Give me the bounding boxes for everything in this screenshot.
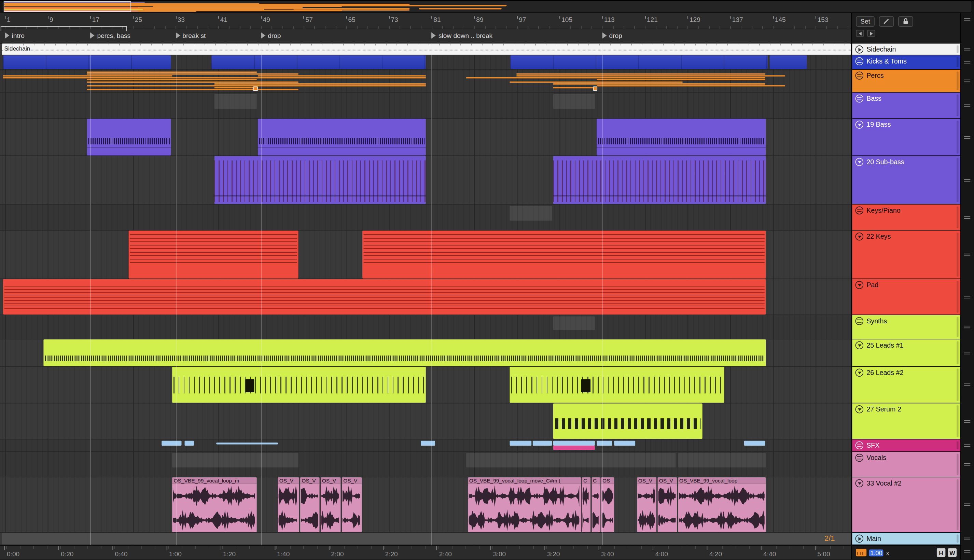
clip[interactable] [466, 77, 765, 78]
ghost-clip[interactable] [510, 206, 552, 221]
clip[interactable] [744, 441, 765, 446]
playback-speed-value[interactable]: 1.00 [869, 549, 884, 556]
track-scroll-handle[interactable] [964, 463, 970, 465]
track-header-25-leads-1[interactable]: 25 Leads #1 [852, 339, 960, 367]
clip[interactable] [3, 279, 766, 315]
audio-clip[interactable]: OS_V [321, 477, 340, 532]
keyboard-icon[interactable] [856, 549, 866, 556]
clip[interactable] [553, 156, 766, 204]
fold-icon[interactable] [855, 405, 863, 413]
lane-27-serum-2[interactable] [0, 403, 851, 440]
back-arrow-button[interactable] [856, 30, 864, 37]
clip[interactable] [597, 119, 766, 155]
group-icon[interactable] [855, 57, 863, 65]
track-scroll-handle[interactable] [964, 178, 970, 181]
lock-envelopes-button[interactable] [898, 16, 913, 27]
track-scroll-handle[interactable] [964, 80, 970, 82]
clip[interactable] [185, 441, 194, 446]
clip[interactable] [3, 75, 172, 77]
ghost-clip[interactable] [466, 453, 676, 467]
track-header-percs[interactable]: Percs [852, 70, 960, 93]
audio-clip[interactable]: OS_V [278, 477, 299, 532]
clip[interactable] [129, 230, 299, 278]
group-icon[interactable] [855, 317, 863, 325]
clip[interactable] [258, 75, 426, 77]
clip[interactable] [3, 55, 171, 69]
scrollbar-bottom-handle[interactable] [964, 550, 970, 552]
clip[interactable] [362, 230, 766, 278]
clip[interactable] [3, 77, 426, 78]
ghost-clip[interactable] [172, 453, 299, 467]
lane-33-vocal-2[interactable]: OS_VBE_99_vocal_loop_mOS_VOS_VOS_VOS_VOS… [0, 477, 851, 533]
clip[interactable] [510, 367, 724, 403]
clip[interactable] [770, 55, 807, 69]
track-header-synths[interactable]: Synths [852, 315, 960, 339]
clip[interactable] [553, 403, 702, 439]
draw-mode-button[interactable] [879, 16, 894, 27]
group-icon[interactable] [855, 72, 863, 80]
locator-drop[interactable]: drop [602, 32, 622, 39]
lane-19-bass[interactable] [0, 119, 851, 156]
clip[interactable] [581, 379, 590, 392]
clip[interactable] [2, 533, 851, 545]
scrollbar-top-handle[interactable] [964, 18, 970, 20]
track-header-vocals[interactable]: Vocals [852, 452, 960, 477]
track-header-pad[interactable]: Pad [852, 279, 960, 315]
group-icon[interactable] [855, 454, 863, 462]
clip[interactable] [597, 85, 785, 87]
play-icon[interactable] [855, 45, 863, 53]
audio-clip[interactable]: OS [601, 477, 614, 532]
clip[interactable] [553, 83, 765, 85]
track-scroll-handle[interactable] [964, 61, 970, 63]
overview-viewport[interactable] [3, 2, 132, 12]
clip[interactable] [516, 75, 785, 77]
bar-ruler[interactable]: 1917253341495765738189971051131211291371… [0, 13, 851, 29]
clip[interactable] [592, 86, 597, 90]
track-scroll-handle[interactable] [964, 444, 970, 447]
clip[interactable] [510, 81, 682, 83]
lane-bass[interactable] [0, 93, 851, 118]
play-icon[interactable] [855, 534, 863, 543]
fold-icon[interactable] [855, 233, 863, 241]
group-icon[interactable] [855, 441, 863, 449]
track-header-26-leads-2[interactable]: 26 Leads #2 [852, 367, 960, 403]
locator-slow-down-break[interactable]: slow down .. break [432, 32, 492, 39]
track-header-19-bass[interactable]: 19 Bass [852, 119, 960, 156]
track-scroll-handle[interactable] [964, 420, 970, 422]
fold-icon[interactable] [855, 341, 863, 349]
track-scroll-handle[interactable] [964, 503, 970, 506]
lane-keys-piano[interactable] [0, 205, 851, 230]
fold-icon[interactable] [855, 158, 863, 166]
clip[interactable] [87, 89, 298, 90]
clip[interactable] [510, 441, 531, 446]
optimize-width-button[interactable]: W [948, 548, 957, 557]
clip[interactable] [87, 79, 257, 81]
ghost-clip[interactable] [215, 94, 257, 108]
clip[interactable] [162, 441, 182, 446]
lane-kicks-toms[interactable] [0, 55, 851, 70]
fold-icon[interactable] [855, 368, 863, 377]
audio-clip[interactable]: OS_V [342, 477, 362, 532]
track-scroll-handle[interactable] [964, 326, 970, 328]
clip[interactable] [614, 441, 635, 446]
track-scroll-handle[interactable] [964, 104, 970, 107]
locator-percs-bass[interactable]: percs, bass [90, 32, 130, 39]
group-icon[interactable] [855, 206, 863, 215]
sidechain-clip[interactable]: Sidechain [2, 44, 851, 55]
track-header-main[interactable]: Main [852, 533, 960, 545]
group-icon[interactable] [855, 95, 863, 103]
lane-synths[interactable] [0, 315, 851, 339]
track-scroll-handle[interactable] [964, 537, 970, 540]
locator-break-st[interactable]: break st [175, 32, 205, 39]
audio-clip[interactable]: OS_VBE_99_vocal_loop [678, 477, 766, 532]
arrangement-overview[interactable] [2, 1, 972, 13]
clip[interactable] [553, 87, 597, 89]
clip[interactable] [215, 156, 425, 204]
optimize-height-button[interactable]: H [937, 548, 945, 557]
fold-icon[interactable] [855, 120, 863, 129]
clip[interactable] [172, 367, 426, 403]
track-scroll-handle[interactable] [964, 216, 970, 218]
audio-clip[interactable]: OS_V [300, 477, 320, 532]
vertical-scrollbar[interactable] [960, 13, 972, 559]
audio-clip[interactable]: OS_VBE_99_vocal_loop_move_C#m ( [468, 477, 581, 532]
